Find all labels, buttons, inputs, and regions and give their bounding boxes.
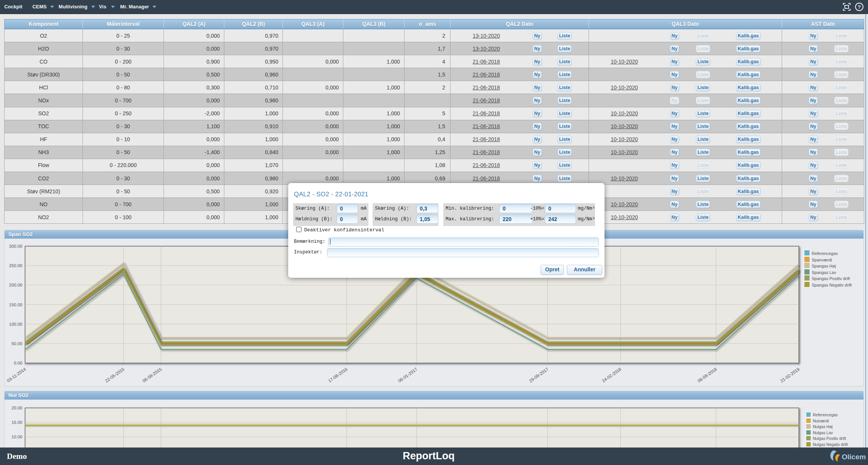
- svg-text:15.00: 15.00: [11, 420, 22, 425]
- svg-text:Olicem: Olicem: [842, 453, 866, 461]
- svg-text:21-02-2019: 21-02-2019: [779, 367, 800, 384]
- svg-text:22-05-2015: 22-05-2015: [104, 367, 125, 384]
- svg-text:20.00: 20.00: [11, 406, 22, 410]
- svg-text:?: ?: [858, 4, 861, 10]
- svg-text:150.00: 150.00: [9, 303, 22, 307]
- svg-text:29-09-2017: 29-09-2017: [528, 367, 549, 384]
- svg-text:06-08-2015: 06-08-2015: [142, 367, 163, 384]
- svg-text:300.00: 300.00: [9, 244, 22, 248]
- svg-text:06-09-2018: 06-09-2018: [697, 367, 717, 384]
- svg-text:200.00: 200.00: [9, 283, 22, 287]
- svg-text:10.00: 10.00: [11, 435, 22, 439]
- svg-text:03-11-2014: 03-11-2014: [6, 366, 27, 383]
- svg-text:17-08-2016: 17-08-2016: [327, 367, 348, 384]
- svg-text:50.00: 50.00: [11, 341, 22, 346]
- svg-text:250.00: 250.00: [9, 263, 22, 268]
- svg-text:100.00: 100.00: [9, 322, 22, 326]
- svg-text:24-02-2018: 24-02-2018: [601, 367, 622, 384]
- svg-text:06-01-2017: 06-01-2017: [397, 367, 418, 384]
- svg-text:0.00: 0.00: [14, 361, 22, 365]
